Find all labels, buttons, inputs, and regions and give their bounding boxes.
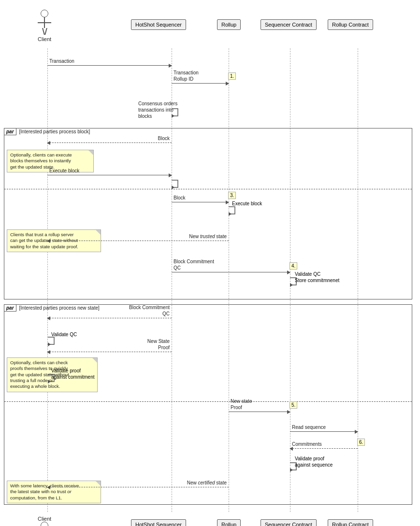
msg-new-state-proof-2: New stateProof: [229, 412, 290, 412]
actor-box-seqcontract-top: Sequencer Contract: [261, 19, 317, 30]
actor-label-client-bottom: Client: [38, 516, 51, 522]
actor-box-rollup-top: Rollup: [217, 19, 241, 30]
lifelines-area: Transaction TransactionRollup ID 1. Cons…: [0, 48, 420, 512]
fragment-keyword-1: par: [4, 128, 16, 135]
actor-label-client-top: Client: [38, 36, 51, 42]
actor-client-top: Client: [38, 10, 51, 42]
actor-box-rollupcontract-bottom: Rollup Contract: [328, 519, 373, 526]
msg-validate-qc-client-label: Validate QC: [51, 332, 77, 337]
actor-figure-top: [38, 10, 51, 35]
actor-box-seqcontract-bottom: Sequencer Contract: [261, 519, 317, 526]
msg-block-commit-qc: Block CommitmentQC: [172, 272, 290, 272]
actor-head-bottom: [41, 522, 48, 526]
fragment-divider-1: [4, 189, 412, 189]
svg-marker-2: [229, 212, 232, 216]
actor-box-hotshot-top: HotShot Sequencer: [131, 19, 186, 30]
msg-transaction-rollup-id: TransactionRollup ID: [172, 83, 229, 84]
msg-validate-qc-label: Validate QCStore commitmnenet: [295, 271, 339, 284]
badge-1: 1.: [228, 72, 236, 80]
msg-execute-rollup-label: Execute block: [232, 201, 262, 206]
msg-new-state-proof: New StateProof: [47, 352, 172, 352]
actor-head: [41, 10, 48, 17]
msg-block-2: Block: [172, 202, 229, 202]
msg-trusted-state: New trusted state: [47, 241, 229, 241]
actor-client-bottom: Client: [38, 514, 51, 526]
note-certified: With some latency, clients receivethe la…: [7, 481, 101, 503]
svg-marker-0: [172, 114, 174, 118]
svg-marker-6: [290, 468, 293, 472]
fragment-keyword-2: par: [4, 304, 16, 312]
fragment-condition-2: [Interested parties process new state]: [19, 305, 100, 311]
self-arrow-execute-rollup: [225, 205, 240, 217]
msg-validate-proof-label: Validate proofagainst commitment: [51, 368, 94, 380]
msg-commitments: Commitments: [290, 448, 358, 449]
actor-figure-bottom: [38, 522, 51, 526]
badge-6: 6.: [357, 439, 365, 446]
svg-marker-1: [172, 185, 174, 189]
self-arrow-execute-1: [168, 179, 183, 191]
actor-box-hotshot-bottom: HotShot Sequencer: [131, 519, 186, 526]
actor-box-rollupcontract-top: Rollup Contract: [328, 19, 373, 30]
svg-marker-5: [48, 380, 51, 384]
badge-4: 4.: [290, 262, 297, 270]
msg-execute-block-1: Execute block: [47, 175, 172, 175]
msg-block-1: Block: [47, 142, 172, 143]
bottom-actors-row: Client HotShot Sequencer Rollup: [0, 512, 420, 526]
msg-read-sequence: Read sequence: [290, 431, 358, 432]
fragment-divider-2: [4, 401, 412, 402]
fragment-condition-1: [Interested parties process block]: [19, 129, 90, 134]
self-arrow-consensus: [168, 106, 183, 121]
top-actors-row: Client HotShot Sequencer Rollup Sequence…: [0, 5, 420, 48]
badge-5: 5.: [290, 401, 297, 409]
badge-3: 3.: [228, 192, 236, 199]
actor-box-rollup-bottom: Rollup: [217, 519, 241, 526]
svg-marker-3: [290, 283, 293, 287]
msg-validate-seq-label: Validate proofagainst sequence: [295, 455, 333, 468]
msg-block-commit-qc-2: Block CommitmentQC: [47, 318, 172, 318]
svg-marker-4: [48, 342, 51, 346]
msg-transaction: Transaction: [47, 65, 172, 66]
self-arrow-client-validate-qc: [44, 336, 59, 348]
msg-certified-state: New certified state: [47, 487, 229, 487]
diagram-container: Client HotShot Sequencer Rollup Sequence…: [0, 0, 420, 526]
